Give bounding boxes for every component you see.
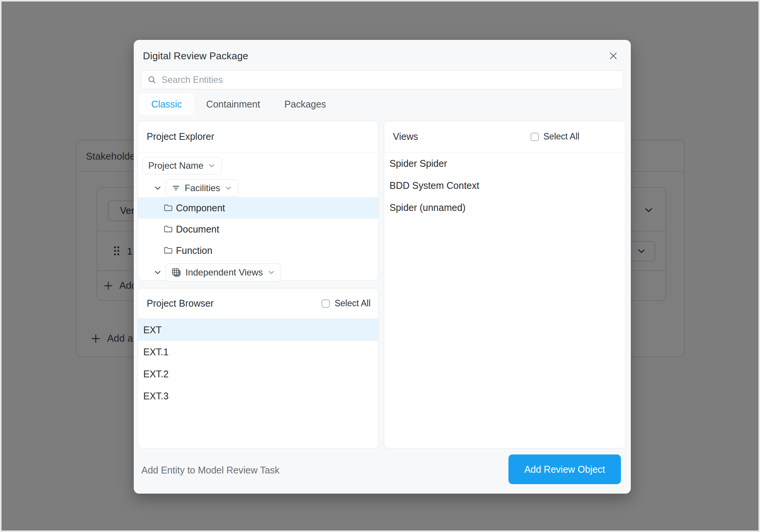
chevron-down-icon: [224, 184, 233, 192]
tree-row-independent-views: Independent Views: [138, 262, 378, 283]
chevron-down-icon: [207, 162, 216, 170]
digital-review-package-dialog: Digital Review Package Classic Containme…: [134, 40, 631, 494]
select-all-checkbox[interactable]: [321, 299, 330, 308]
tree-item-label: Document: [176, 224, 219, 235]
tree-item-label: Function: [176, 245, 212, 256]
project-browser-header: Project Browser Select All: [138, 288, 378, 319]
filter-icon: [171, 184, 180, 193]
tree-row-component[interactable]: Component: [138, 197, 378, 218]
search-box[interactable]: [141, 70, 623, 89]
tree-row-document[interactable]: Document: [138, 218, 378, 240]
add-review-object-button[interactable]: Add Review Object: [508, 454, 621, 484]
folder-icon: [163, 203, 174, 213]
list-item[interactable]: BDD System Context: [384, 174, 625, 196]
select-all-checkbox[interactable]: [530, 133, 539, 141]
project-explorer-header: Project Explorer: [138, 121, 378, 152]
views-panel: Views Select All Spider Spider BDD Syste…: [384, 121, 625, 448]
independent-views-expander[interactable]: [152, 267, 163, 278]
project-browser-title: Project Browser: [147, 298, 214, 309]
list-item[interactable]: EXT.2: [138, 363, 378, 385]
folder-icon: [163, 245, 174, 256]
footer-hint: Add Entity to Model Review Task: [141, 461, 280, 479]
facilities-label: Facilities: [185, 183, 220, 193]
chevron-down-icon: [153, 184, 162, 193]
list-item[interactable]: EXT: [138, 319, 378, 341]
facilities-dropdown[interactable]: Facilities: [166, 179, 238, 197]
facilities-expander[interactable]: [152, 182, 163, 194]
project-explorer-title: Project Explorer: [147, 131, 214, 142]
independent-views-label: Independent Views: [185, 267, 263, 278]
chevron-down-icon: [267, 268, 276, 277]
project-browser-select-all[interactable]: Select All: [321, 298, 370, 309]
table-stack-icon: [171, 268, 181, 277]
tree-row-function[interactable]: Function: [138, 240, 378, 261]
chevron-down-icon: [153, 268, 162, 277]
tab-classic[interactable]: Classic: [139, 93, 194, 115]
project-browser-panel: Project Browser Select All EXT EXT.1 EXT…: [138, 288, 378, 448]
project-explorer-panel: Project Explorer Project Name Facilities: [138, 121, 378, 280]
views-title: Views: [393, 131, 418, 142]
tree-row-facilities: Facilities: [138, 177, 378, 199]
views-header: Views Select All: [384, 121, 625, 152]
project-name-dropdown[interactable]: Project Name: [142, 157, 222, 174]
tab-containment[interactable]: Containment: [194, 93, 272, 115]
list-item[interactable]: EXT.1: [138, 341, 378, 363]
independent-views-dropdown[interactable]: Independent Views: [166, 263, 281, 282]
search-input[interactable]: [162, 74, 618, 85]
close-icon: [608, 51, 618, 61]
tab-bar: Classic Containment Packages: [139, 93, 338, 115]
list-item[interactable]: Spider Spider: [384, 152, 625, 174]
views-select-all[interactable]: Select All: [530, 131, 580, 142]
tree-item-label: Component: [176, 203, 225, 214]
select-all-label: Select All: [334, 298, 370, 309]
list-item[interactable]: EXT.3: [138, 385, 378, 407]
list-item[interactable]: Spider (unnamed): [384, 196, 625, 218]
dialog-title: Digital Review Package: [143, 48, 249, 63]
search-icon: [147, 75, 157, 85]
folder-icon: [163, 224, 174, 234]
project-name-label: Project Name: [148, 160, 203, 171]
select-all-label: Select All: [543, 131, 580, 142]
tab-packages[interactable]: Packages: [272, 93, 338, 115]
close-button[interactable]: [606, 48, 621, 63]
